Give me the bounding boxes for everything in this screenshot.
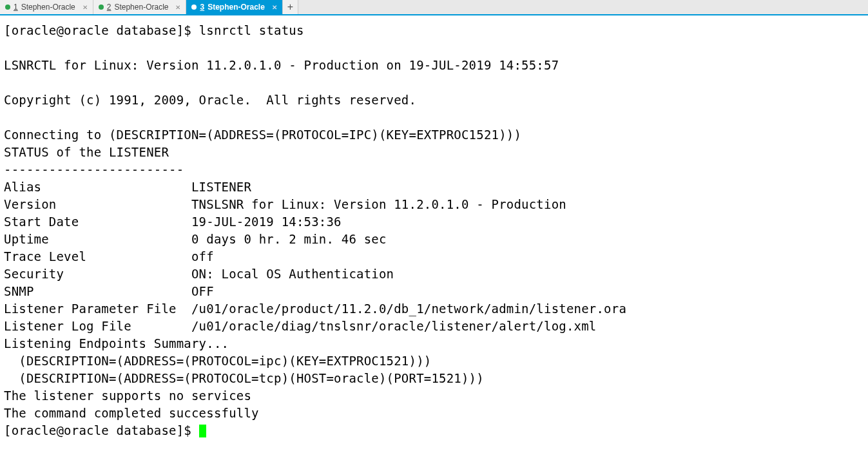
kv-row: Trace Level off (4, 249, 214, 264)
output-line: ------------------------ (4, 162, 184, 177)
tab-2[interactable]: 2 Stephen-Oracle ✕ (93, 0, 187, 14)
output-line: The listener supports no services (4, 388, 251, 403)
close-icon[interactable]: ✕ (175, 4, 180, 11)
kv-row: Start Date 19-JUL-2019 14:53:36 (4, 215, 342, 229)
tab-number: 1 (14, 3, 18, 12)
close-icon[interactable]: ✕ (272, 4, 277, 11)
kv-row: Uptime 0 days 0 hr. 2 min. 46 sec (4, 232, 387, 246)
status-dot-icon (191, 5, 197, 10)
output-line: Copyright (c) 1991, 2009, Oracle. All ri… (4, 93, 416, 107)
kv-row: Alias LISTENER (4, 180, 251, 194)
output-line: (DESCRIPTION=(ADDRESS=(PROTOCOL=ipc)(KEY… (4, 354, 431, 368)
tab-1[interactable]: 1 Stephen-Oracle ✕ (0, 0, 93, 14)
output-line: (DESCRIPTION=(ADDRESS=(PROTOCOL=tcp)(HOS… (4, 371, 484, 385)
output-line: Connecting to (DESCRIPTION=(ADDRESS=(PRO… (4, 128, 521, 142)
kv-row: Listener Parameter File /u01/oracle/prod… (4, 302, 626, 316)
new-tab-button[interactable]: + (283, 0, 298, 14)
tab-label: Stephen-Oracle (207, 3, 265, 12)
tab-number: 2 (107, 3, 111, 12)
close-icon[interactable]: ✕ (82, 4, 88, 11)
output-line: STATUS of the LISTENER (4, 145, 169, 159)
prompt: [oracle@oracle database]$ (4, 423, 199, 437)
status-dot-icon (5, 5, 10, 10)
kv-row: Version TNSLSNR for Linux: Version 11.2.… (4, 197, 566, 211)
tab-bar: 1 Stephen-Oracle ✕ 2 Stephen-Oracle ✕ 3 … (0, 0, 868, 15)
output-line: The command completed successfully (4, 406, 259, 420)
kv-row: SNMP OFF (4, 284, 214, 298)
plus-icon: + (287, 1, 293, 13)
tab-number: 3 (200, 3, 204, 12)
tab-3[interactable]: 3 Stephen-Oracle ✕ (186, 0, 282, 14)
kv-row: Listener Log File /u01/oracle/diag/tnsls… (4, 319, 596, 333)
output-line: Listening Endpoints Summary... (4, 336, 229, 350)
command-text: lsnrctl status (199, 23, 304, 37)
status-dot-icon (99, 5, 104, 10)
cursor-icon (199, 425, 206, 437)
output-line: LSNRCTL for Linux: Version 11.2.0.1.0 - … (4, 58, 559, 72)
tab-label: Stephen-Oracle (21, 3, 75, 12)
terminal-output[interactable]: [oracle@oracle database]$ lsnrctl status… (0, 15, 868, 446)
prompt: [oracle@oracle database]$ (4, 23, 199, 37)
kv-row: Security ON: Local OS Authentication (4, 267, 394, 281)
tab-label: Stephen-Oracle (114, 3, 168, 12)
